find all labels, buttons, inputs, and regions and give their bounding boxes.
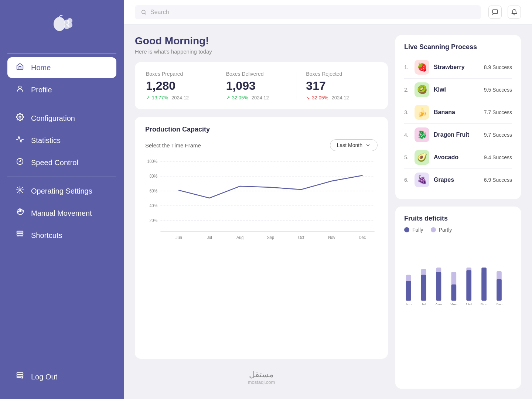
fruits-deficits-card: Fruits deficits Fully Partly bbox=[395, 207, 521, 389]
manual-movement-icon bbox=[15, 208, 25, 218]
sidebar-item-operating-settings[interactable]: Operating Settings bbox=[7, 181, 116, 201]
svg-text:Aug: Aug bbox=[236, 235, 243, 240]
svg-text:100%: 100% bbox=[147, 158, 158, 164]
stat-value-2: 317 bbox=[306, 79, 368, 93]
svg-point-6 bbox=[19, 116, 21, 118]
scan-emoji-1: 🥝 bbox=[415, 82, 429, 97]
scan-score-5: 6.9 Success bbox=[484, 177, 512, 183]
chevron-down-icon bbox=[365, 143, 371, 148]
scan-item-2: 3. 🍌 Banana 7.7 Success bbox=[404, 101, 512, 124]
trend-arrow-up-1: ↗ bbox=[226, 95, 230, 100]
stat-value-1: 1,093 bbox=[226, 79, 288, 93]
scan-num-3: 4. bbox=[404, 132, 410, 138]
timeframe-value: Last Month bbox=[337, 142, 362, 148]
sidebar: Home Profile Configuration Statistics bbox=[0, 0, 124, 399]
sidebar-logo bbox=[49, 11, 75, 41]
svg-point-4 bbox=[67, 18, 72, 23]
scan-score-0: 8.9 Success bbox=[484, 64, 512, 70]
scan-name-0: Strawberry bbox=[434, 64, 480, 71]
scan-emoji-2: 🍌 bbox=[415, 105, 429, 120]
legend-dot-partly bbox=[431, 227, 436, 232]
sidebar-item-speed-control-label: Speed Control bbox=[31, 158, 78, 167]
sidebar-item-home-label: Home bbox=[31, 64, 51, 72]
svg-text:20%: 20% bbox=[150, 218, 158, 223]
sidebar-divider-3 bbox=[7, 177, 116, 177]
line-chart: 100% 80% 60% 40% 20% Jun Jul Aug Sep Oct bbox=[145, 158, 378, 246]
sidebar-divider-top bbox=[7, 53, 116, 54]
sidebar-item-logout-label: Log Out bbox=[31, 373, 57, 381]
sidebar-item-profile-label: Profile bbox=[31, 86, 52, 94]
sidebar-item-statistics-label: Statistics bbox=[31, 136, 61, 145]
logout-icon bbox=[15, 372, 25, 382]
sidebar-item-shortcuts[interactable]: Shortcuts bbox=[7, 225, 116, 246]
svg-text:Jun: Jun bbox=[405, 302, 412, 305]
production-capacity-card: Production Capacity Select the Time Fram… bbox=[135, 117, 388, 359]
stat-trend-1: ↗ 32.05% 2024.12 bbox=[226, 95, 288, 100]
svg-text:Jul: Jul bbox=[421, 302, 426, 305]
svg-point-9 bbox=[19, 189, 21, 191]
search-box[interactable]: Search bbox=[135, 5, 481, 19]
greeting-subtitle: Here is what's happening today bbox=[135, 48, 388, 55]
scan-score-2: 7.7 Success bbox=[484, 109, 512, 115]
svg-text:Jun: Jun bbox=[175, 235, 182, 240]
sidebar-item-speed-control[interactable]: Speed Control bbox=[7, 152, 116, 173]
svg-text:Nov: Nov bbox=[481, 302, 488, 305]
production-title: Production Capacity bbox=[145, 126, 378, 133]
scan-emoji-0: 🍓 bbox=[415, 60, 429, 75]
profile-icon bbox=[15, 85, 25, 95]
content: Good Morning! Here is what's happening t… bbox=[124, 25, 532, 399]
scan-num-0: 1. bbox=[404, 64, 410, 70]
sidebar-item-configuration-label: Configuration bbox=[31, 114, 75, 123]
sidebar-item-profile[interactable]: Profile bbox=[7, 79, 116, 100]
scan-item-0: 1. 🍓 Strawberry 8.9 Success bbox=[404, 56, 512, 79]
deficits-legend: Fully Partly bbox=[404, 227, 512, 233]
greeting-block: Good Morning! Here is what's happening t… bbox=[135, 35, 388, 55]
sidebar-item-manual-movement-label: Manual Movement bbox=[31, 209, 92, 218]
sidebar-item-statistics[interactable]: Statistics bbox=[7, 130, 116, 151]
svg-rect-41 bbox=[451, 284, 457, 301]
scan-emoji-5: 🍇 bbox=[415, 173, 429, 187]
live-scanning-card: Live Scanning Process 1. 🍓 Strawberry 8.… bbox=[395, 35, 521, 199]
sidebar-item-manual-movement[interactable]: Manual Movement bbox=[7, 203, 116, 224]
topbar: Search bbox=[124, 0, 532, 25]
svg-point-0 bbox=[54, 17, 65, 31]
timeframe-row: Select the Time Frame Last Month bbox=[145, 139, 378, 151]
svg-text:60%: 60% bbox=[150, 188, 158, 194]
statistics-icon bbox=[15, 135, 25, 146]
deficits-title: Fruits deficits bbox=[404, 215, 512, 222]
scan-score-4: 9.4 Success bbox=[484, 154, 512, 160]
svg-text:Nov: Nov bbox=[328, 235, 335, 240]
message-icon-button[interactable] bbox=[488, 6, 502, 19]
scan-item-3: 4. 🐉 Dragon Fruit 9.7 Success bbox=[404, 124, 512, 146]
live-scanning-title: Live Scanning Process bbox=[404, 43, 512, 51]
stat-trend-0: ↗ 13.77% 2024.12 bbox=[146, 95, 208, 100]
stat-trend-2: ↘ 32.05% 2024.12 bbox=[306, 95, 368, 100]
scan-name-4: Avocado bbox=[434, 154, 480, 161]
sidebar-item-logout[interactable]: Log Out bbox=[7, 366, 116, 387]
timeframe-select[interactable]: Last Month bbox=[330, 139, 378, 151]
sidebar-item-home[interactable]: Home bbox=[7, 57, 116, 78]
scan-name-1: Kiwi bbox=[434, 86, 480, 93]
notification-icon-button[interactable] bbox=[508, 6, 521, 19]
stat-boxes-delivered: Boxes Delivered 1,093 ↗ 32.05% 2024.12 bbox=[217, 71, 297, 100]
scan-item-5: 6. 🍇 Grapes 6.9 Success bbox=[404, 169, 512, 191]
sidebar-item-operating-settings-label: Operating Settings bbox=[31, 187, 92, 195]
scan-emoji-3: 🐉 bbox=[415, 127, 429, 142]
timeframe-label: Select the Time Frame bbox=[145, 142, 201, 149]
scan-score-3: 9.7 Success bbox=[484, 132, 512, 138]
scan-name-2: Banana bbox=[434, 109, 480, 116]
svg-text:Sep: Sep bbox=[267, 235, 274, 240]
watermark-english: mostaql.com bbox=[139, 379, 384, 385]
scan-num-4: 5. bbox=[404, 154, 410, 160]
stat-boxes-rejected: Boxes Rejected 317 ↘ 32.05% 2024.12 bbox=[297, 71, 377, 100]
legend-fully: Fully bbox=[404, 227, 423, 233]
svg-text:40%: 40% bbox=[150, 203, 158, 208]
svg-point-5 bbox=[18, 86, 21, 89]
svg-text:Oct: Oct bbox=[466, 302, 472, 305]
left-panel: Good Morning! Here is what's happening t… bbox=[135, 35, 388, 389]
stat-label-2: Boxes Rejected bbox=[306, 71, 368, 77]
sidebar-item-configuration[interactable]: Configuration bbox=[7, 108, 116, 129]
svg-rect-12 bbox=[17, 373, 23, 375]
configuration-icon bbox=[15, 113, 25, 123]
main-area: Search Good Morning! Here is wha bbox=[124, 0, 532, 399]
